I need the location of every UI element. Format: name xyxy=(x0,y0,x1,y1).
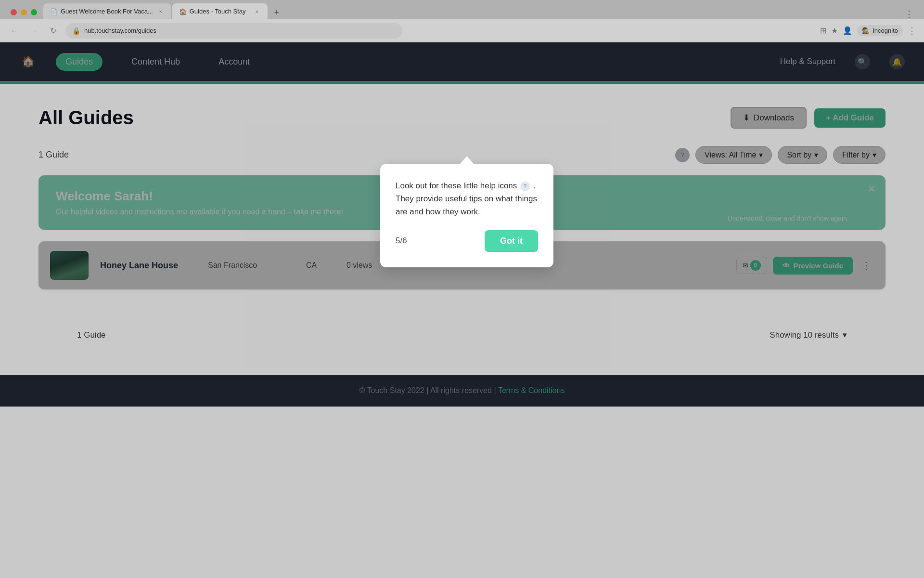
tooltip-body-text: Look out for these little help icons ? .… xyxy=(396,179,538,219)
tooltip-help-icon-ref: ? xyxy=(520,182,530,191)
tooltip-footer: 5/6 Got it xyxy=(396,230,538,252)
got-it-button[interactable]: Got it xyxy=(485,230,538,252)
tooltip-text-part1: Look out for these little help icons xyxy=(396,181,517,190)
modal-overlay xyxy=(0,0,924,578)
tooltip-popup: Look out for these little help icons ? .… xyxy=(380,164,553,267)
tooltip-arrow xyxy=(460,156,474,164)
tooltip-counter: 5/6 xyxy=(396,236,407,246)
